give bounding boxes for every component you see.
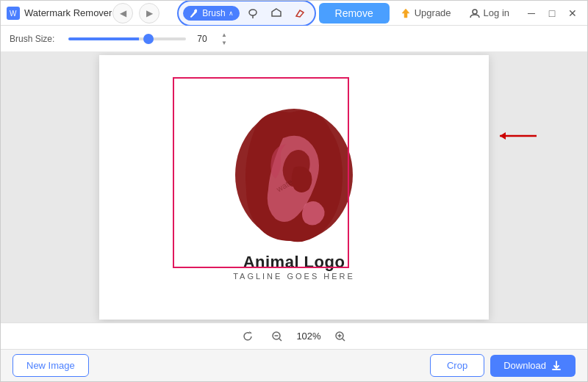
upgrade-button[interactable]: Upgrade [392, 4, 459, 23]
image-container[interactable]: watermark Animal Logo TAGLINE GOES HERE [99, 55, 489, 320]
zoom-out-button[interactable] [267, 326, 287, 347]
brush-arrows: ▲ ▼ [218, 31, 230, 46]
upgrade-icon [400, 7, 412, 19]
logo-tagline: TAGLINE GOES HERE [233, 272, 355, 281]
brush-increase-button[interactable]: ▲ [218, 31, 230, 38]
zoom-in-button[interactable] [330, 326, 351, 347]
login-label: Log in [484, 7, 509, 18]
zoom-level: 102% [296, 331, 320, 342]
animal-logo-svg: watermark [217, 94, 371, 256]
canvas-area: watermark Animal Logo TAGLINE GOES HERE [1, 52, 587, 322]
svg-text:W: W [10, 10, 17, 18]
arrow-indicator [496, 129, 540, 146]
status-bar: 102% [1, 322, 587, 349]
restore-button[interactable]: □ [543, 4, 561, 22]
brush-size-value: 70 [193, 34, 211, 44]
brush-tool-button[interactable]: Brush ∧ [183, 6, 239, 21]
back-button[interactable]: ◀ [112, 3, 133, 24]
brush-chevron: ∧ [229, 10, 234, 17]
svg-line-10 [279, 339, 282, 341]
minimize-button[interactable]: ─ [523, 4, 540, 22]
login-button[interactable]: Log in [462, 4, 517, 23]
animal-logo: watermark Animal Logo TAGLINE GOES HERE [217, 94, 371, 281]
svg-point-3 [249, 10, 257, 15]
window-controls: ─ □ ✕ [523, 4, 581, 22]
crop-button[interactable]: Crop [430, 354, 484, 377]
lasso-tool-button[interactable] [243, 3, 263, 24]
download-icon [551, 360, 562, 372]
direction-arrow-icon [496, 129, 540, 143]
tool-group: Brush ∧ [177, 0, 315, 26]
svg-point-4 [473, 10, 477, 14]
remove-button[interactable]: Remove [319, 3, 390, 24]
brush-decrease-button[interactable]: ▼ [218, 39, 230, 46]
user-icon [469, 7, 481, 19]
close-button[interactable]: ✕ [564, 4, 581, 22]
logo-title: Animal Logo [233, 253, 355, 272]
brush-tool-label: Brush [202, 8, 225, 18]
action-bar: New Image Crop Download [1, 349, 587, 381]
rotate-button[interactable] [237, 326, 258, 347]
forward-button[interactable]: ▶ [139, 3, 159, 24]
rotate-icon [242, 331, 254, 342]
app-title: Watermark Remover [24, 7, 112, 18]
eraser-icon [294, 7, 306, 19]
download-button[interactable]: Download [490, 355, 576, 377]
app-logo-icon: W [7, 7, 20, 20]
polygon-icon [270, 7, 282, 19]
brush-size-label: Brush Size: [10, 34, 61, 44]
polygon-tool-button[interactable] [266, 3, 287, 24]
lasso-icon [247, 7, 259, 19]
brush-icon [189, 8, 199, 18]
upgrade-label: Upgrade [415, 7, 451, 18]
eraser-tool-button[interactable] [290, 3, 310, 24]
titlebar: W Watermark Remover ◀ ▶ Brush ∧ [1, 1, 587, 26]
brush-toolbar: Brush Size: 70 ▲ ▼ [1, 26, 587, 52]
download-label: Download [503, 360, 546, 371]
titlebar-controls: ◀ ▶ Brush ∧ [112, 0, 581, 26]
new-image-button[interactable]: New Image [12, 354, 89, 377]
zoom-in-icon [334, 331, 346, 342]
brush-size-slider[interactable] [68, 37, 186, 40]
svg-line-14 [343, 339, 345, 341]
zoom-out-icon [271, 331, 283, 342]
